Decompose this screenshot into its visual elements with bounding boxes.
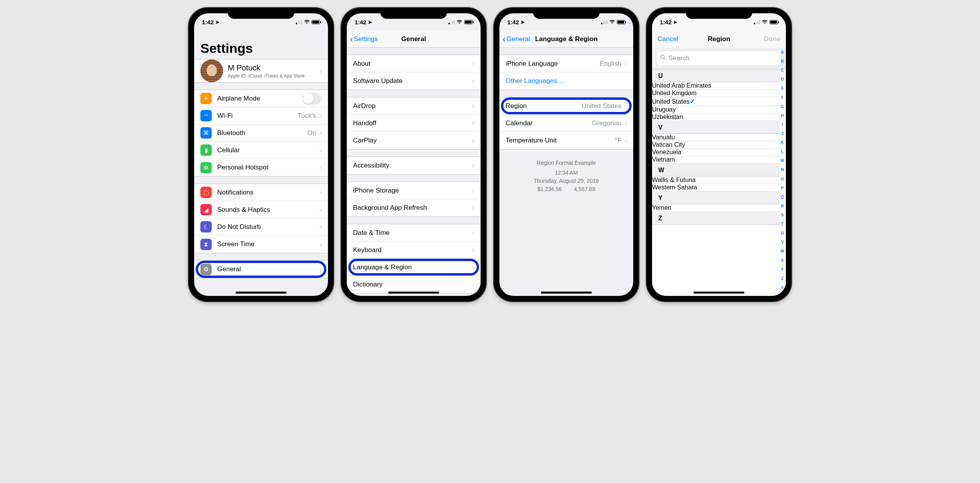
index-letter[interactable]: # — [781, 285, 784, 290]
region-row[interactable]: Vietnam — [652, 156, 780, 164]
search-input[interactable]: Search — [656, 51, 782, 66]
section-index[interactable]: ABCDEFGHIJKLMNOPQRSTUVWXYZ# — [780, 48, 785, 292]
chevron-right-icon: › — [319, 188, 322, 196]
settings-row[interactable]: ☾Do Not Disturb› — [194, 218, 328, 236]
region-label: Vanuatu — [652, 134, 675, 141]
example-date: Thursday, August 29, 2019 — [506, 177, 627, 185]
index-letter[interactable]: O — [781, 177, 784, 181]
index-letter[interactable]: N — [781, 168, 784, 172]
settings-row[interactable]: Background App Refresh› — [347, 199, 481, 216]
index-letter[interactable]: L — [781, 150, 784, 154]
nav-title: General — [401, 35, 426, 43]
screen-general: 1:42➤ ‹Settings General About›Software U… — [347, 13, 481, 296]
settings-row[interactable]: Date & Time› — [347, 224, 481, 242]
toggle-switch[interactable] — [302, 93, 322, 105]
index-letter[interactable]: W — [780, 249, 784, 253]
settings-row[interactable]: ⌔Wi-FiTuck's› — [194, 107, 328, 124]
settings-row[interactable]: ▮Cellular› — [194, 142, 328, 159]
index-letter[interactable]: G — [781, 105, 784, 109]
settings-row[interactable]: ▢Notifications› — [194, 184, 328, 201]
index-letter[interactable]: M — [781, 159, 784, 163]
region-row[interactable]: Uzbekistan — [652, 114, 780, 121]
nav-title: Language & Region — [535, 35, 598, 43]
settings-row[interactable]: RegionUnited States› — [499, 97, 633, 115]
settings-row[interactable]: Other Languages… — [499, 72, 633, 90]
region-row[interactable]: United Arab Emirates — [652, 82, 780, 90]
region-row[interactable]: Uruguay — [652, 106, 780, 114]
settings-row[interactable]: Software Update› — [347, 72, 481, 90]
avatar — [200, 59, 223, 82]
settings-row[interactable]: ⚙General› — [194, 261, 328, 278]
settings-row[interactable]: Handoff› — [347, 115, 481, 132]
region-row[interactable]: Venezuela — [652, 149, 780, 156]
home-indicator[interactable] — [694, 292, 744, 294]
settings-row[interactable]: Keyboard› — [347, 242, 481, 259]
index-letter[interactable]: C — [781, 68, 784, 72]
apple-id-row[interactable]: M Potuck Apple ID, iCloud, iTunes & App … — [194, 59, 328, 82]
index-letter[interactable]: S — [781, 213, 784, 217]
home-indicator[interactable] — [541, 292, 592, 294]
done-button[interactable]: Done — [764, 35, 781, 43]
settings-row[interactable]: CarPlay› — [347, 132, 481, 149]
settings-row[interactable]: Language & Region› — [347, 259, 481, 276]
index-letter[interactable]: B — [781, 59, 784, 63]
chevron-right-icon: › — [472, 102, 474, 110]
region-row[interactable]: Vatican City — [652, 141, 780, 149]
index-letter[interactable]: T — [781, 222, 784, 226]
back-button[interactable]: ‹General — [503, 34, 530, 44]
row-label: Screen Time — [217, 240, 319, 248]
region-label: Uruguay — [652, 106, 676, 113]
index-letter[interactable]: P — [781, 186, 784, 190]
chevron-right-icon: › — [472, 162, 474, 170]
settings-row[interactable]: CalendarGregorian› — [499, 115, 633, 132]
index-letter[interactable]: Y — [781, 267, 784, 272]
notch — [380, 8, 447, 19]
status-time: 1:42 — [202, 19, 214, 25]
region-row[interactable]: Yemen — [652, 204, 780, 212]
settings-row[interactable]: iPhone Storage› — [347, 182, 481, 199]
cancel-button[interactable]: Cancel — [658, 35, 678, 43]
index-letter[interactable]: A — [781, 50, 784, 54]
region-row[interactable]: Western Sahara — [652, 184, 780, 191]
row-detail: Tuck's — [297, 112, 316, 120]
settings-row[interactable]: Temperature Unit°F› — [499, 132, 633, 149]
region-label: Venezuela — [652, 149, 681, 155]
region-row[interactable]: Wallis & Futuna — [652, 177, 780, 184]
settings-row[interactable]: ✈Airplane Mode — [194, 90, 328, 107]
back-button[interactable]: ‹Settings — [350, 34, 378, 44]
settings-row[interactable]: iPhone LanguageEnglish› — [499, 55, 633, 72]
index-letter[interactable]: R — [781, 204, 784, 208]
row-label: Other Languages… — [506, 77, 627, 85]
index-letter[interactable]: V — [781, 240, 784, 244]
settings-row[interactable]: Dictionary› — [347, 276, 481, 293]
row-label: Keyboard — [353, 246, 472, 254]
index-letter[interactable]: F — [781, 96, 784, 100]
notch — [533, 8, 600, 19]
settings-row[interactable]: ⊚Personal Hotspot› — [194, 159, 328, 176]
index-letter[interactable]: E — [781, 86, 784, 90]
settings-row[interactable]: AirDrop› — [347, 97, 481, 115]
region-row[interactable]: United States✓ — [652, 97, 780, 106]
settings-row[interactable]: ◢Sounds & Haptics› — [194, 201, 328, 218]
region-row[interactable]: Vanuatu — [652, 134, 780, 141]
index-letter[interactable]: H — [781, 114, 784, 118]
index-letter[interactable]: Z — [781, 276, 784, 281]
notch — [228, 8, 294, 19]
row-label: iPhone Storage — [353, 187, 472, 195]
home-indicator[interactable] — [388, 292, 439, 294]
index-letter[interactable]: D — [781, 77, 784, 81]
settings-row[interactable]: ⌘BluetoothOn› — [194, 124, 328, 142]
index-letter[interactable]: U — [781, 231, 784, 235]
home-indicator[interactable] — [236, 292, 286, 294]
index-letter[interactable]: J — [781, 132, 784, 136]
region-row[interactable]: United Kingdom — [652, 90, 780, 97]
index-letter[interactable]: X — [781, 258, 784, 263]
index-letter[interactable]: I — [782, 123, 783, 127]
battery-icon — [312, 20, 320, 24]
index-letter[interactable]: K — [781, 141, 784, 145]
settings-row[interactable]: ⧗Screen Time› — [194, 236, 328, 253]
settings-row[interactable]: About› — [347, 55, 481, 72]
index-letter[interactable]: Q — [781, 195, 784, 199]
sounds-icon: ◢ — [200, 204, 212, 215]
settings-row[interactable]: Accessibility› — [347, 157, 481, 174]
